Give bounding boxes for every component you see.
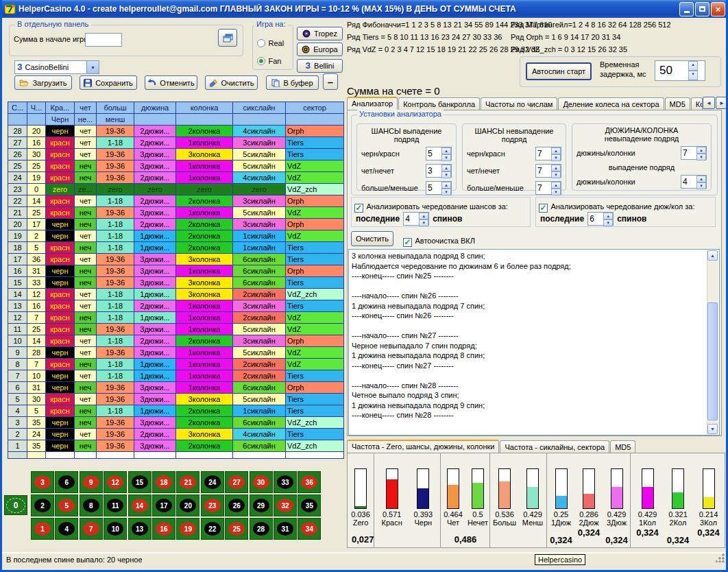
dozen-hit-spinner-value[interactable]: 4 [681, 176, 696, 188]
delay-down-button[interactable]: ▼ [688, 71, 698, 80]
radio-fan[interactable]: Fan [257, 54, 281, 67]
roulette-cell-20[interactable]: 20 [176, 494, 199, 516]
tab-scroll-left-button[interactable]: ◄ [703, 97, 715, 109]
chances-hit-row-1-spinner-down-button[interactable]: ▼ [441, 171, 451, 178]
autospin-start-button[interactable]: Автоспин старт [526, 62, 592, 80]
roulette-cell-18[interactable]: 18 [152, 471, 175, 493]
tab-частота-сиклайны-сектора[interactable]: Частота - сиклайны, сектора [500, 440, 609, 453]
chances-hit-row-1-spinner[interactable]: 3▲▼ [426, 164, 452, 178]
load-button[interactable]: Загрузить [14, 75, 72, 90]
chances-hit-row-1-spinner-value[interactable]: 3 [426, 165, 441, 177]
roulette-cell-2[interactable]: 2 [31, 494, 54, 516]
roulette-cell-4[interactable]: 4 [55, 518, 78, 540]
roulette-cell-0[interactable]: 0 [4, 495, 27, 515]
roulette-cell-14[interactable]: 14 [128, 494, 151, 516]
chances-miss-row-1-spinner-down-button[interactable]: ▼ [551, 171, 561, 178]
scroll-up-button[interactable]: ▲ [707, 250, 718, 261]
tab-scroll-right-button[interactable]: ► [716, 97, 728, 109]
radio-real[interactable]: Real [257, 36, 284, 49]
analyze-chances-checkbox[interactable]: ✓ Анализировать чередование шансов за: [354, 200, 508, 213]
chances-hit-row-2-spinner-down-button[interactable]: ▼ [441, 189, 451, 195]
roulette-cell-27[interactable]: 27 [225, 471, 248, 493]
roulette-cell-6[interactable]: 6 [55, 471, 78, 493]
dozen-spins-spinner-value[interactable]: 6 [588, 213, 603, 225]
roulette-cell-24[interactable]: 24 [201, 471, 224, 493]
europa-button[interactable]: Europa [297, 43, 343, 56]
roulette-cell-28[interactable]: 28 [250, 518, 273, 540]
tab-контроль-банкролла[interactable]: Контроль банкролла [398, 97, 480, 110]
dozen-spins-spinner-up-button[interactable]: ▲ [603, 213, 613, 219]
tab-частоты-по-числам[interactable]: Частоты по числам [481, 97, 557, 110]
chances-spins-spinner-value[interactable]: 4 [404, 213, 419, 225]
chances-miss-row-0-spinner-value[interactable]: 7 [536, 147, 551, 160]
tab-ко[interactable]: Ко [691, 97, 703, 110]
chances-miss-row-2-spinner-up-button[interactable]: ▲ [551, 182, 561, 189]
chances-spins-spinner-down-button[interactable]: ▼ [419, 219, 428, 226]
dozen-hit-spinner-down-button[interactable]: ▼ [696, 182, 706, 189]
chances-hit-row-0-spinner-value[interactable]: 5 [426, 147, 441, 160]
roulette-cell-25[interactable]: 25 [225, 518, 248, 540]
chances-hit-row-0-spinner-up-button[interactable]: ▲ [441, 147, 451, 154]
resize-grip[interactable] [716, 553, 725, 562]
dozen-miss-spinner-down-button[interactable]: ▼ [696, 154, 706, 160]
scroll-down-button[interactable]: ▼ [707, 424, 718, 434]
tab-md5[interactable]: MD5 [610, 440, 635, 453]
undo-button[interactable]: Отменить [145, 75, 197, 90]
roulette-cell-36[interactable]: 36 [298, 471, 321, 493]
roulette-cell-7[interactable]: 7 [80, 518, 103, 540]
tab-md5[interactable]: MD5 [665, 97, 690, 110]
maximize-button[interactable] [695, 2, 709, 16]
chances-miss-row-2-spinner[interactable]: 7▲▼ [535, 181, 561, 195]
scroll-thumb[interactable] [707, 302, 718, 420]
roulette-cell-34[interactable]: 34 [298, 518, 321, 540]
roulette-cell-11[interactable]: 11 [104, 494, 127, 516]
dozen-spins-spinner[interactable]: 6▲▼ [587, 212, 614, 226]
roulette-cell-15[interactable]: 15 [128, 471, 151, 493]
analyzer-clear-button[interactable]: Очистить [351, 231, 393, 246]
chances-spins-spinner[interactable]: 4▲▼ [403, 212, 429, 226]
tab-деление-колеса-на-сектора[interactable]: Деление колеса на сектора [558, 97, 664, 110]
casino-select[interactable]: З CasinoBellini ▼ [14, 60, 99, 74]
roulette-cell-35[interactable]: 35 [298, 494, 321, 516]
roulette-cell-10[interactable]: 10 [104, 518, 127, 540]
log-scrollbar[interactable]: ▲ ▼ [707, 250, 718, 434]
chances-miss-row-2-spinner-down-button[interactable]: ▼ [551, 189, 561, 195]
delay-spinner[interactable]: 50 ▲▼ [655, 60, 705, 81]
roulette-cell-9[interactable]: 9 [80, 471, 103, 493]
detach-panel-button[interactable] [218, 29, 237, 47]
chances-miss-row-1-spinner-up-button[interactable]: ▲ [551, 165, 561, 171]
chances-miss-row-0-spinner[interactable]: 7▲▼ [535, 147, 561, 160]
roulette-cell-1[interactable]: 1 [31, 518, 54, 540]
close-button[interactable]: × [711, 2, 725, 16]
delay-value[interactable]: 50 [655, 61, 688, 80]
roulette-cell-22[interactable]: 22 [201, 518, 224, 540]
roulette-cell-13[interactable]: 13 [128, 518, 151, 540]
roulette-cell-5[interactable]: 5 [55, 494, 78, 516]
analyze-dozen-checkbox[interactable]: ✓ Анализировать чередование дюж/кол за: [539, 200, 694, 213]
roulette-cell-26[interactable]: 26 [225, 494, 248, 516]
roulette-cell-21[interactable]: 21 [176, 471, 199, 493]
roulette-cell-29[interactable]: 29 [250, 494, 273, 516]
clear-button[interactable]: Очистить [205, 75, 258, 90]
dozen-hit-spinner-up-button[interactable]: ▲ [696, 176, 706, 182]
roulette-cell-19[interactable]: 19 [176, 518, 199, 540]
chances-miss-row-0-spinner-up-button[interactable]: ▲ [551, 147, 561, 154]
tab-частота-zero-шансы-дюжины-колонки[interactable]: Частота - Zero, шансы, дюжины, колонки [347, 440, 499, 453]
chances-hit-row-1-spinner-up-button[interactable]: ▲ [441, 165, 451, 171]
roulette-cell-16[interactable]: 16 [152, 518, 175, 540]
roulette-cell-32[interactable]: 32 [274, 494, 297, 516]
dozen-miss-spinner-up-button[interactable]: ▲ [696, 147, 706, 154]
tropez-button[interactable]: Tropez [297, 27, 343, 40]
chances-hit-row-2-spinner-value[interactable]: 5 [426, 182, 441, 194]
chances-spins-spinner-up-button[interactable]: ▲ [419, 213, 428, 219]
chances-hit-row-2-spinner-up-button[interactable]: ▲ [441, 182, 451, 189]
roulette-cell-17[interactable]: 17 [152, 494, 175, 516]
start-sum-input[interactable] [85, 33, 122, 47]
chances-hit-row-0-spinner[interactable]: 5▲▼ [426, 147, 452, 160]
copy-buffer-button[interactable]: В буфер [266, 75, 319, 90]
roulette-cell-30[interactable]: 30 [250, 471, 273, 493]
autoclean-checkbox[interactable]: ✓ Автоочистка ВКЛ [403, 234, 475, 247]
delay-up-button[interactable]: ▲ [688, 61, 698, 71]
minimize-button[interactable] [679, 2, 694, 16]
roulette-cell-31[interactable]: 31 [274, 518, 297, 540]
